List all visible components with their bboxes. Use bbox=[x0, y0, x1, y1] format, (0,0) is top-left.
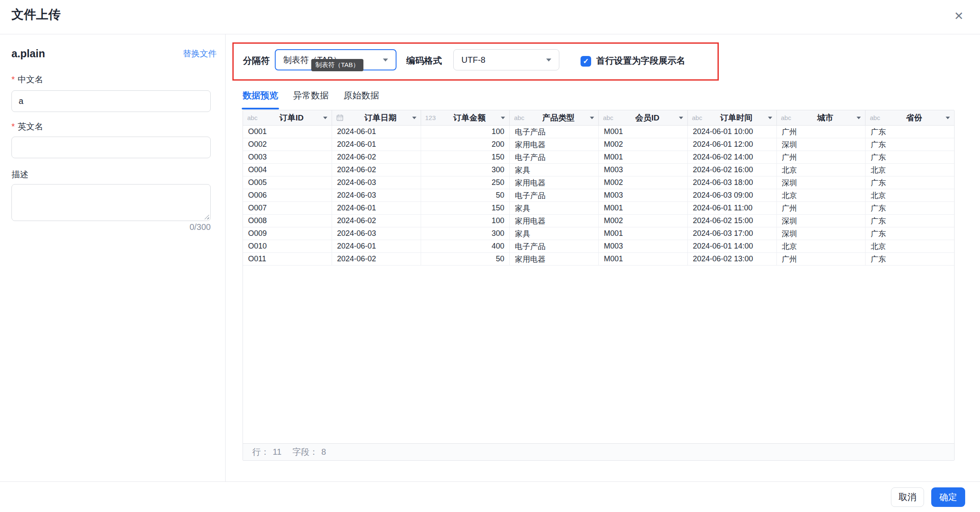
column-menu-caret-icon[interactable] bbox=[768, 117, 772, 119]
preview-tabs: 数据预览异常数据原始数据 bbox=[242, 87, 380, 109]
table-cell: 2024-06-03 bbox=[332, 176, 421, 189]
file-name: a.plain bbox=[11, 48, 45, 60]
table-cell: 2024-06-03 bbox=[332, 189, 421, 201]
chevron-down-icon bbox=[546, 59, 551, 62]
english-name-input[interactable] bbox=[11, 137, 211, 158]
table-cell: 2024-06-01 bbox=[332, 202, 421, 214]
table-cell: 150 bbox=[421, 151, 510, 163]
table-cell: M001 bbox=[599, 227, 688, 240]
table-cell: 电子产品 bbox=[510, 151, 599, 163]
column-header[interactable]: abc产品类型 bbox=[510, 110, 599, 125]
column-menu-caret-icon[interactable] bbox=[679, 117, 683, 119]
column-menu-caret-icon[interactable] bbox=[501, 117, 505, 119]
table-cell: 广州 bbox=[777, 126, 866, 138]
encoding-label: 编码格式 bbox=[406, 55, 442, 67]
table-cell: 广东 bbox=[866, 253, 954, 265]
column-menu-caret-icon[interactable] bbox=[946, 117, 950, 119]
replace-file-link[interactable]: 替换文件 bbox=[183, 48, 217, 59]
table-cell: 北京 bbox=[866, 189, 954, 201]
table-cell: O002 bbox=[243, 138, 332, 151]
table-cell: 2024-06-03 17:00 bbox=[688, 227, 777, 240]
tab-item[interactable]: 异常数据 bbox=[292, 87, 329, 109]
table-cell: O009 bbox=[243, 227, 332, 240]
delimiter-label: 分隔符 bbox=[243, 55, 270, 67]
column-header[interactable]: abc省份 bbox=[866, 110, 954, 125]
table-cell: 200 bbox=[421, 138, 510, 151]
column-menu-caret-icon[interactable] bbox=[412, 117, 416, 119]
table-cell: 深圳 bbox=[777, 215, 866, 227]
first-row-checkbox-label[interactable]: 首行设置为字段展示名 bbox=[596, 55, 685, 67]
encoding-value: UTF-8 bbox=[461, 55, 542, 65]
chinese-name-input[interactable] bbox=[11, 90, 211, 112]
char-counter: 0/300 bbox=[11, 222, 211, 232]
column-name: 订单时间 bbox=[708, 112, 765, 123]
column-header[interactable]: abc订单ID bbox=[243, 110, 332, 125]
data-preview-table: abc订单ID订单日期123订单金额abc产品类型abc会员IDabc订单时间a… bbox=[243, 110, 955, 461]
table-cell: O008 bbox=[243, 215, 332, 227]
table-cell: O003 bbox=[243, 151, 332, 163]
table-cell: 2024-06-01 10:00 bbox=[688, 126, 777, 138]
column-header[interactable]: 123订单金额 bbox=[421, 110, 510, 125]
table-cell: 广东 bbox=[866, 202, 954, 214]
column-menu-caret-icon[interactable] bbox=[323, 117, 327, 119]
table-cell: 家具 bbox=[510, 164, 599, 176]
table-cell: 2024-06-02 16:00 bbox=[688, 164, 777, 176]
tab-item[interactable]: 原始数据 bbox=[343, 87, 380, 109]
delimiter-tooltip: 制表符（TAB） bbox=[311, 59, 363, 71]
close-icon[interactable]: ✕ bbox=[949, 7, 968, 25]
dialog-footer: 取消 确定 bbox=[0, 481, 980, 512]
table-cell: 2024-06-03 18:00 bbox=[688, 176, 777, 189]
table-cell: 北京 bbox=[777, 189, 866, 201]
table-cell: O001 bbox=[243, 126, 332, 138]
column-header[interactable]: abc城市 bbox=[777, 110, 866, 125]
column-name: 订单ID bbox=[263, 112, 320, 123]
table-cell: O004 bbox=[243, 164, 332, 176]
table-cell: 2024-06-02 14:00 bbox=[688, 151, 777, 163]
table-cell: 北京 bbox=[866, 164, 954, 176]
table-cell: 400 bbox=[421, 240, 510, 252]
confirm-button[interactable]: 确定 bbox=[931, 487, 965, 507]
table-cell: 家具 bbox=[510, 227, 599, 240]
dialog-title: 文件上传 bbox=[11, 6, 61, 23]
first-row-checkbox[interactable] bbox=[581, 56, 591, 67]
column-name: 会员ID bbox=[619, 112, 676, 123]
column-menu-caret-icon[interactable] bbox=[857, 117, 861, 119]
column-header[interactable]: abc订单时间 bbox=[688, 110, 777, 125]
column-header[interactable]: abc会员ID bbox=[599, 110, 688, 125]
table-row: O0042024-06-02300家具M0032024-06-02 16:00北… bbox=[243, 164, 954, 176]
table-cell: 电子产品 bbox=[510, 240, 599, 252]
table-cell: 2024-06-01 bbox=[332, 138, 421, 151]
table-cell: 家用电器 bbox=[510, 215, 599, 227]
table-cell: 广东 bbox=[866, 176, 954, 189]
table-cell: 广东 bbox=[866, 227, 954, 240]
column-name: 订单日期 bbox=[352, 112, 409, 123]
column-menu-caret-icon[interactable] bbox=[590, 117, 594, 119]
field-count-value: 8 bbox=[321, 447, 326, 457]
tab-item[interactable]: 数据预览 bbox=[242, 87, 279, 109]
table-cell: 2024-06-01 bbox=[332, 126, 421, 138]
table-cell: 300 bbox=[421, 227, 510, 240]
text-abc-type-icon: abc bbox=[247, 114, 263, 121]
delimiter-select[interactable]: 制表符（TAB） 制表符（TAB） bbox=[275, 49, 396, 70]
table-cell: M002 bbox=[599, 176, 688, 189]
number-123-type-icon: 123 bbox=[425, 114, 441, 121]
column-name: 城市 bbox=[797, 112, 854, 123]
table-cell: M001 bbox=[599, 253, 688, 265]
encoding-select[interactable]: UTF-8 bbox=[453, 49, 559, 70]
chevron-down-icon bbox=[383, 59, 388, 62]
table-cell: O005 bbox=[243, 176, 332, 189]
column-name: 产品类型 bbox=[530, 112, 586, 123]
file-info-panel: a.plain 替换文件 中文名 英文名 描述 0/300 bbox=[0, 34, 226, 481]
table-cell: 250 bbox=[421, 176, 510, 189]
table-cell: 2024-06-01 11:00 bbox=[688, 202, 777, 214]
table-cell: M001 bbox=[599, 126, 688, 138]
field-count-label: 字段： bbox=[293, 446, 318, 458]
description-textarea[interactable] bbox=[11, 184, 211, 221]
cancel-button[interactable]: 取消 bbox=[891, 487, 924, 507]
table-row: O0012024-06-01100电子产品M0012024-06-01 10:0… bbox=[243, 126, 954, 138]
column-name: 订单金额 bbox=[441, 112, 498, 123]
table-cell: 2024-06-02 15:00 bbox=[688, 215, 777, 227]
calendar-type-icon bbox=[336, 114, 352, 121]
column-header[interactable]: 订单日期 bbox=[332, 110, 421, 125]
table-cell: M001 bbox=[599, 202, 688, 214]
